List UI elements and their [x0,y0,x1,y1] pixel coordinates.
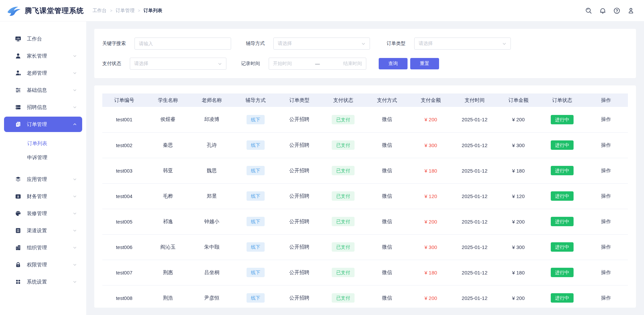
action-button[interactable]: 操作 [584,209,628,234]
cell-pay-method: 微信 [365,132,409,158]
cell-student-name: 秦思 [146,132,190,158]
cell-order-status: 进行中 [540,158,584,183]
grid-dots-icon [15,278,21,285]
cell-order-status: 进行中 [540,260,584,285]
chevron-down-icon [73,280,77,284]
cell-student-name: 荆惠 [146,260,190,285]
column-header: 订单类型 [277,93,321,107]
action-button[interactable]: 操作 [584,260,628,285]
column-header: 支付时间 [453,93,497,107]
cell-pay-amount: ¥ 200 [409,209,453,234]
sidebar-item-recruitment-info[interactable]: 招聘信息 [4,100,82,115]
filter-panel: 关键字搜索 辅导方式 请选择 订单类型 请选择 支付状态 请选择 [94,29,636,78]
cell-pay-method: 微信 [365,285,409,308]
sidebar-item-permission-management[interactable]: 权限管理 [4,257,82,272]
column-header: 辅导方式 [234,93,278,107]
status-badge: 已支付 [332,217,355,226]
column-header: 支付金额 [409,93,453,107]
search-button[interactable]: 查询 [379,58,408,69]
keyword-input[interactable] [135,38,231,50]
chevron-down-icon [73,194,77,198]
user-icon[interactable] [627,7,635,14]
chevron-down-icon [73,211,77,215]
wallet-yuan-icon [15,193,21,200]
sidebar-item-system-settings[interactable]: 系统设置 [4,274,82,290]
sidebar-item-app-management[interactable]: 应用管理 [4,172,82,187]
cell-order-status: 进行中 [540,285,584,308]
cell-student-name: 祁逸 [146,209,190,234]
status-badge: 已支付 [332,293,355,303]
status-badge: 进行中 [551,115,574,124]
cell-pay-status: 已支付 [321,260,365,285]
sidebar-subitem-appeal-management[interactable]: 申诉管理 [0,150,86,165]
help-icon[interactable] [613,7,621,14]
sidebar-item-channel-settings[interactable]: 渠道设置 [4,223,82,238]
status-badge: 已支付 [332,140,355,150]
cell-teacher-name: 孔诗 [190,132,234,158]
action-button[interactable]: 操作 [584,234,628,260]
breadcrumb-item-order-management[interactable]: 订单管理 [116,8,135,14]
cell-tutor-mode: 线下 [234,209,278,234]
cell-order-amount: ¥ 120 [496,183,540,209]
table-row: test005祁逸钟越小线下公开招聘已支付微信¥ 2002025-01-12¥ … [102,209,628,234]
cell-pay-amount: ¥ 200 [409,285,453,308]
cell-pay-method: 微信 [365,234,409,260]
action-button[interactable]: 操作 [584,132,628,158]
chevron-down-icon [502,42,506,46]
cell-order-amount: ¥ 200 [496,209,540,234]
status-badge: 线下 [247,217,265,226]
table-row: test007荆惠吕坐桐线下公开招聘已支付微信¥ 1802025-01-12¥ … [102,260,628,285]
cell-order-type: 公开招聘 [277,234,321,260]
sidebar-item-order-management[interactable]: 订单管理 [4,117,82,132]
sidebar-item-label: 财务管理 [27,193,73,200]
sidebar-item-finance-management[interactable]: 财务管理 [4,189,82,204]
order-type-select[interactable]: 请选择 [414,38,511,50]
date-range-separator: — [315,61,320,66]
breadcrumb-item-workbench[interactable]: 工作台 [93,8,107,14]
sidebar-item-label: 订单管理 [27,121,73,128]
tutor-mode-select[interactable]: 请选择 [273,38,370,50]
status-badge: 已支付 [332,115,355,124]
bell-icon[interactable] [599,7,606,14]
sidebar-item-parent-management[interactable]: 家长管理 [4,48,82,64]
cell-order-status: 进行中 [540,234,584,260]
action-button[interactable]: 操作 [584,158,628,183]
document-icon [15,121,21,128]
main-content: 关键字搜索 辅导方式 请选择 订单类型 请选择 支付状态 请选择 [86,21,644,315]
cell-order-no: test005 [102,209,146,234]
reset-button[interactable]: 重置 [410,58,439,69]
sidebar-item-decoration-management[interactable]: 装修管理 [4,206,82,221]
chevron-down-icon [73,105,77,109]
sidebar-item-organization-management[interactable]: 组织管理 [4,240,82,255]
cell-pay-status: 已支付 [321,132,365,158]
end-date-input[interactable]: 结束时间 [343,61,362,67]
action-button[interactable]: 操作 [584,285,628,308]
sidebar-item-label: 家长管理 [27,53,73,59]
cell-student-name: 毛桦 [146,183,190,209]
sidebar-item-basic-info[interactable]: 基础信息 [4,82,82,98]
sidebar-subitem-order-list[interactable]: 订单列表 [0,136,86,150]
lock-icon [15,261,21,268]
action-button[interactable]: 操作 [584,107,628,132]
cell-order-type: 公开招聘 [277,285,321,308]
search-icon[interactable] [585,7,592,14]
cell-tutor-mode: 线下 [234,285,278,308]
sliders-icon [15,87,21,93]
chevron-down-icon [361,42,366,46]
cell-pay-time: 2025-01-12 [453,107,497,132]
cell-order-status: 进行中 [540,209,584,234]
cell-tutor-mode: 线下 [234,132,278,158]
table-row: test001侯煜睿邱凌博线下公开招聘已支付微信¥ 2002025-01-12¥… [102,107,628,132]
breadcrumb-item-order-list: 订单列表 [144,8,162,14]
cell-order-status: 进行中 [540,107,584,132]
cell-teacher-name: 郑昱 [190,183,234,209]
cell-order-amount: ¥ 180 [496,158,540,183]
start-date-input[interactable]: 开始时间 [273,61,292,67]
cell-pay-amount: ¥ 180 [409,260,453,285]
action-button[interactable]: 操作 [584,183,628,209]
record-time-range-picker[interactable]: 开始时间 — 结束时间 [269,58,366,70]
sidebar-item-workbench[interactable]: 工作台 [4,31,82,47]
sidebar-item-teacher-management[interactable]: 老师管理 [4,65,82,81]
pay-status-select[interactable]: 请选择 [130,58,226,70]
topbar: 腾飞课堂管理系统 工作台 > 订单管理 > 订单列表 [0,0,644,21]
